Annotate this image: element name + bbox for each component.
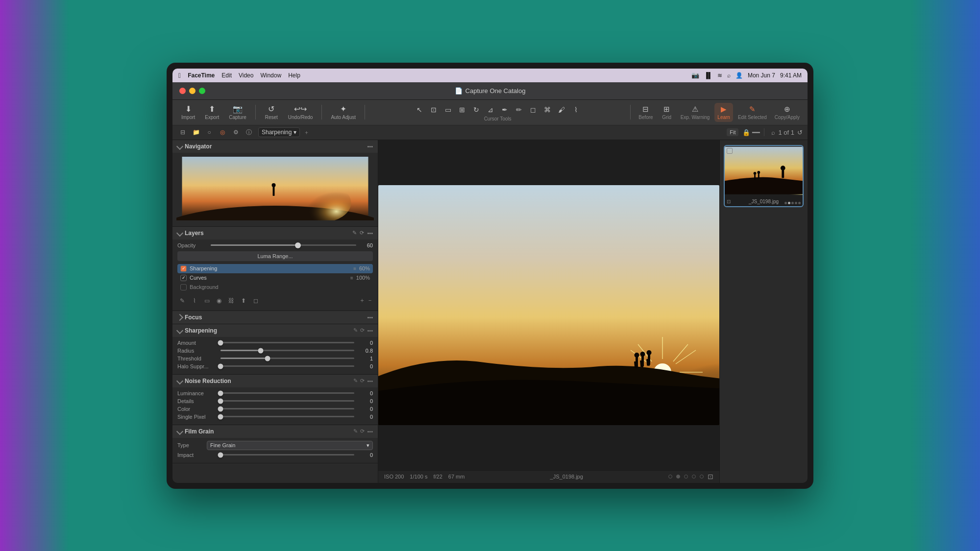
halo-thumb[interactable]: [218, 363, 223, 369]
menubar-item-edit[interactable]: Edit: [221, 72, 232, 79]
layer-circle-icon[interactable]: ◉: [214, 296, 224, 306]
thumbnail-expand-icon[interactable]: ⊡: [727, 199, 731, 204]
color-thumb[interactable]: [218, 406, 223, 411]
impact-slider[interactable]: [220, 454, 354, 455]
menubar-item-help[interactable]: Help: [288, 72, 300, 79]
focus-more-icon[interactable]: •••: [367, 314, 373, 320]
grid-button[interactable]: ⊞ Grid: [658, 103, 676, 122]
details-slider[interactable]: [220, 400, 354, 402]
layer-brush-icon[interactable]: ✎: [177, 296, 187, 306]
zoom-slider-icon[interactable]: ━━: [752, 129, 760, 136]
luminance-slider[interactable]: [220, 392, 354, 394]
layer-item-background[interactable]: Background: [177, 283, 373, 292]
capture-button[interactable]: 📷 Capture: [225, 102, 250, 122]
exp-warning-button[interactable]: ⚠ Exp. Warning: [678, 103, 713, 122]
cursor-transform-icon[interactable]: ⊞: [456, 103, 468, 116]
add-panel-icon[interactable]: ＋: [304, 129, 309, 136]
panel-toggle-icon[interactable]: ⊟: [177, 127, 188, 138]
auto-adjust-button[interactable]: ✦ Auto Adjust: [327, 102, 360, 122]
zoom-lock-icon[interactable]: 🔒: [742, 129, 750, 136]
thumbnail-checkbox[interactable]: [727, 148, 733, 154]
luma-range-button[interactable]: Luma Range...: [177, 251, 373, 261]
cursor-measure-icon[interactable]: ⊿: [484, 103, 497, 116]
sharpening-panel-icon[interactable]: ◎: [217, 127, 228, 138]
singlepixel-thumb[interactable]: [218, 414, 223, 419]
navigator-header[interactable]: Navigator •••: [172, 140, 378, 153]
filmgrain-pencil-icon[interactable]: ✎: [353, 428, 358, 434]
cursor-brush-icon[interactable]: ⌘: [541, 103, 554, 116]
import-button[interactable]: ⬇ Import: [177, 102, 199, 122]
cursor-straighten-icon[interactable]: ▭: [441, 103, 454, 116]
amount-thumb[interactable]: [218, 340, 223, 345]
layers-edit-icon[interactable]: ✎: [352, 230, 357, 236]
layer-checkbox-background[interactable]: [180, 284, 187, 290]
folder-icon[interactable]: 📁: [191, 127, 201, 138]
camera-icon-2[interactable]: ○: [204, 127, 215, 138]
amount-slider[interactable]: [220, 342, 354, 343]
cursor-paint-icon[interactable]: 🖌: [555, 103, 568, 116]
cursor-gradient-icon[interactable]: ⌇: [569, 103, 582, 116]
edit-selected-button[interactable]: ✎ Edit Selected: [735, 103, 770, 122]
navigator-more-icon[interactable]: •••: [367, 144, 373, 149]
halo-slider[interactable]: [220, 365, 354, 367]
close-button[interactable]: [179, 88, 186, 94]
layer-delete-icon[interactable]: －: [367, 296, 373, 305]
noise-link-icon[interactable]: ⟳: [360, 378, 365, 384]
noise-pencil-icon[interactable]: ✎: [353, 378, 358, 384]
layer-erase-icon[interactable]: ◻: [251, 296, 261, 306]
fullscreen-button[interactable]: [199, 88, 205, 94]
panel-selector[interactable]: Sharpening ▾: [258, 127, 300, 137]
nav-refresh-icon[interactable]: ↺: [797, 129, 803, 136]
layers-header[interactable]: Layers ✎ ⟳ •••: [172, 227, 378, 240]
cursor-erase-icon[interactable]: ◻: [527, 103, 539, 116]
noise-header[interactable]: Noise Reduction ✎ ⟳ •••: [172, 375, 378, 387]
sharpening-pencil-icon[interactable]: ✎: [353, 327, 358, 334]
fit-button[interactable]: Fit: [727, 128, 738, 136]
layers-link-icon[interactable]: ⟳: [360, 230, 364, 236]
cursor-rotate-icon[interactable]: ↻: [470, 103, 483, 116]
before-button[interactable]: ⊟ Before: [636, 103, 656, 122]
learn-button[interactable]: ▶ Learn: [714, 103, 733, 122]
info-icon[interactable]: ⓘ: [244, 127, 254, 138]
image-container[interactable]: [378, 140, 719, 470]
search-menubar-icon[interactable]: ⌕: [727, 72, 731, 79]
layer-mask-icon[interactable]: ▭: [202, 296, 212, 306]
layer-checkbox-curves[interactable]: ✓: [180, 275, 187, 281]
apple-logo-icon[interactable]: : [178, 72, 181, 79]
radius-thumb[interactable]: [258, 348, 263, 353]
impact-thumb[interactable]: [218, 452, 223, 457]
nav-search-icon[interactable]: ⌕: [771, 129, 775, 136]
sharpening-link-icon[interactable]: ⟳: [360, 327, 365, 334]
minimize-button[interactable]: [189, 88, 196, 94]
settings-icon[interactable]: ⚙: [230, 127, 241, 138]
color-slider[interactable]: [220, 408, 354, 409]
layer-link-icon[interactable]: ⛓: [226, 296, 236, 306]
statusbar-expand-icon[interactable]: ⊡: [708, 473, 713, 480]
radius-slider[interactable]: [220, 350, 354, 351]
threshold-slider[interactable]: [220, 358, 354, 359]
thumbnail-card[interactable]: ⊡ _JS_0198.jpg: [724, 145, 804, 207]
singlepixel-slider[interactable]: [220, 416, 354, 417]
noise-more-icon[interactable]: •••: [367, 378, 373, 384]
layer-checkbox-sharpening[interactable]: ✓: [180, 265, 187, 272]
layer-item-sharpening[interactable]: ✓ Sharpening ≡ 60%: [177, 264, 373, 273]
filmgrain-type-select[interactable]: Fine Grain ▾: [207, 441, 373, 450]
reset-button[interactable]: ↺ Reset: [261, 102, 282, 122]
cursor-pen-icon[interactable]: ✏: [513, 103, 525, 116]
menubar-item-video[interactable]: Video: [239, 72, 253, 79]
threshold-thumb[interactable]: [265, 356, 270, 361]
luminance-thumb[interactable]: [218, 390, 223, 396]
opacity-slider[interactable]: [211, 244, 356, 246]
sharpening-more-icon[interactable]: •••: [367, 328, 373, 334]
opacity-thumb[interactable]: [295, 242, 301, 248]
details-thumb[interactable]: [218, 398, 223, 404]
cursor-eyedropper-icon[interactable]: ✒: [498, 103, 511, 116]
cursor-select-icon[interactable]: ↖: [413, 103, 426, 116]
cursor-crop-icon[interactable]: ⊡: [427, 103, 440, 116]
layer-gradient-icon[interactable]: ⌇: [190, 296, 199, 306]
sharpening-header[interactable]: Sharpening ✎ ⟳ •••: [172, 324, 378, 337]
layer-item-curves[interactable]: ✓ Curves ≡ 100%: [177, 273, 373, 283]
layer-add-icon[interactable]: ＋: [359, 296, 365, 305]
menubar-item-window[interactable]: Window: [260, 72, 281, 79]
export-button[interactable]: ⬆ Export: [201, 102, 223, 122]
